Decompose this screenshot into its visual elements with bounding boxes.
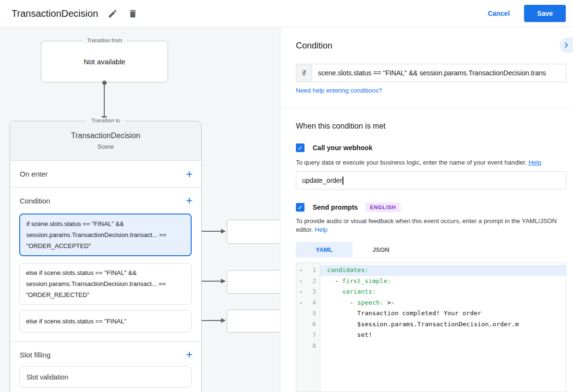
transition-target-box-3[interactable] xyxy=(227,309,284,333)
code-line: variants: xyxy=(320,286,566,297)
transition-from-legend: Transition from xyxy=(82,37,127,43)
check-icon: ✓ xyxy=(298,144,303,152)
page-title: TransactionDecision xyxy=(12,8,98,19)
prompts-checkbox[interactable]: ✓ xyxy=(296,203,305,212)
condition-section-label: Condition xyxy=(20,197,50,205)
gutter-row: 6 xyxy=(296,319,320,330)
condition-card-3[interactable]: else if scene.slots.status == "FINAL" xyxy=(19,310,192,333)
line-number: 6 xyxy=(304,319,320,330)
gutter-row: ▾4 xyxy=(296,297,320,309)
line-number: 2 xyxy=(304,276,320,287)
check-icon: ✓ xyxy=(298,204,303,211)
add-on-enter-button[interactable]: + xyxy=(186,168,193,180)
condition-2-connector-arrowhead xyxy=(221,279,226,284)
line-number: 7 xyxy=(304,330,320,341)
section-divider xyxy=(10,341,201,342)
condition-card-1[interactable]: if scene.slots.status == "FINAL" && sess… xyxy=(19,214,192,256)
condition-card-2[interactable]: else if scene.slots.status == "FINAL" &&… xyxy=(19,263,192,305)
fold-arrow-icon[interactable]: ▾ xyxy=(296,276,304,287)
condition-1-connector-arrowhead xyxy=(221,229,226,234)
text-cursor xyxy=(342,177,343,185)
cancel-button[interactable]: Cancel xyxy=(488,10,510,17)
tab-json[interactable]: JSON xyxy=(353,242,409,258)
language-badge: ENGLISH xyxy=(366,202,401,212)
webhook-helper-body: To query data or execute your business l… xyxy=(296,159,528,166)
scene-header[interactable]: TransactionDecision Scene xyxy=(10,121,201,161)
fold-arrow-icon[interactable]: ▾ xyxy=(296,297,304,309)
gutter-row: 8 xyxy=(296,341,320,352)
flow-canvas: Transition from Not available Transition… xyxy=(0,27,280,392)
tab-yaml[interactable]: YAML xyxy=(296,242,353,258)
code-line: set! xyxy=(320,330,566,341)
webhook-handler-value: update_order xyxy=(302,177,342,184)
transition-to-box: Transition to TransactionDecision Scene … xyxy=(10,121,202,392)
prompts-helper-text: To provide audio or visual feedback when… xyxy=(296,217,568,234)
edit-icon[interactable] xyxy=(107,8,118,19)
condition-3-connector-arrowhead xyxy=(221,318,226,323)
webhook-helper-text: To query data or execute your business l… xyxy=(296,158,568,167)
gutter-row: 5 xyxy=(296,308,320,319)
condition-expression-input[interactable]: scene.slots.status == "FINAL" && session… xyxy=(312,64,566,82)
top-bar: TransactionDecision Cancel Save xyxy=(0,0,573,27)
on-enter-label: On enter xyxy=(20,170,48,178)
add-condition-button[interactable]: + xyxy=(186,195,193,206)
code-line: candidates: xyxy=(320,265,566,276)
line-number: 4 xyxy=(304,297,320,309)
prompts-checkbox-row: ✓ Send prompts ENGLISH xyxy=(296,202,401,212)
trash-icon[interactable] xyxy=(127,8,138,19)
condition-detail-panel: Condition if scene.slots.status == "FINA… xyxy=(280,27,573,392)
scene-title: TransactionDecision xyxy=(10,121,201,140)
code-line: $session.params.TransactionDecision.orde… xyxy=(320,319,566,330)
webhook-label: Call your webhook xyxy=(313,144,372,152)
if-prefix: if xyxy=(296,64,312,82)
yaml-editor[interactable]: ▾1 ▾2 ▾3 ▾4 5 6 7 8 candidates: - first_… xyxy=(296,262,566,392)
gutter-row: ▾3 xyxy=(296,286,320,297)
prompts-help-link[interactable]: Help xyxy=(315,226,328,233)
condition-help-link[interactable]: Need help entering conditions? xyxy=(296,87,382,94)
transition-to-legend: Transition to xyxy=(86,118,125,123)
gutter-row: ▾1 xyxy=(296,265,320,276)
save-button[interactable]: Save xyxy=(524,5,566,22)
flow-connector-line xyxy=(104,83,105,116)
code-line xyxy=(320,341,566,352)
gutter-row: ▾2 xyxy=(296,276,320,287)
line-number: 1 xyxy=(304,265,320,276)
when-condition-heading: When this condition is met xyxy=(296,122,386,131)
slot-validation-card[interactable]: Slot validation xyxy=(19,366,192,388)
condition-input-row: if scene.slots.status == "FINAL" && sess… xyxy=(296,64,566,82)
scene-subtitle: Scene xyxy=(10,140,201,150)
code-line: - first_simple: xyxy=(320,276,566,287)
add-slot-button[interactable]: + xyxy=(186,349,193,360)
webhook-checkbox[interactable]: ✓ xyxy=(296,143,305,152)
on-enter-row: On enter + xyxy=(10,161,201,188)
editor-gutter: ▾1 ▾2 ▾3 ▾4 5 6 7 8 xyxy=(296,263,320,392)
line-number: 8 xyxy=(304,341,320,352)
webhook-checkbox-row: ✓ Call your webhook xyxy=(296,143,372,152)
panel-title: Condition xyxy=(296,41,332,51)
transition-target-box-1[interactable] xyxy=(227,220,284,244)
scene-editor-window: TransactionDecision Cancel Save Transiti… xyxy=(0,0,573,392)
transition-target-box-2[interactable] xyxy=(227,270,284,294)
code-line: - speech: >- xyxy=(320,297,566,309)
slot-filling-row: Slot filling + xyxy=(10,342,201,367)
chevron-right-icon xyxy=(561,40,572,50)
code-line: Transaction completed! Your order xyxy=(320,308,566,319)
editor-code-area[interactable]: candidates: - first_simple: variants: - … xyxy=(320,263,566,392)
fold-arrow-icon[interactable]: ▾ xyxy=(296,286,304,297)
webhook-handler-input[interactable]: update_order xyxy=(296,171,566,190)
transition-from-box: Transition from Not available xyxy=(41,41,168,83)
editor-tabs: YAML JSON xyxy=(296,242,409,258)
line-number: 5 xyxy=(304,308,320,319)
prompts-helper-body: To provide audio or visual feedback when… xyxy=(296,217,557,233)
line-number: 3 xyxy=(304,286,320,297)
collapse-panel-button[interactable] xyxy=(560,37,573,53)
transition-from-content: Not available xyxy=(41,41,168,82)
webhook-help-link[interactable]: Help xyxy=(528,159,541,166)
gutter-row: 7 xyxy=(296,330,320,341)
slot-filling-label: Slot filling xyxy=(20,351,50,359)
condition-section-row: Condition + xyxy=(10,188,201,214)
panel-divider xyxy=(280,108,573,108)
fold-arrow-icon[interactable]: ▾ xyxy=(296,265,304,276)
prompts-label: Send prompts xyxy=(313,203,358,211)
